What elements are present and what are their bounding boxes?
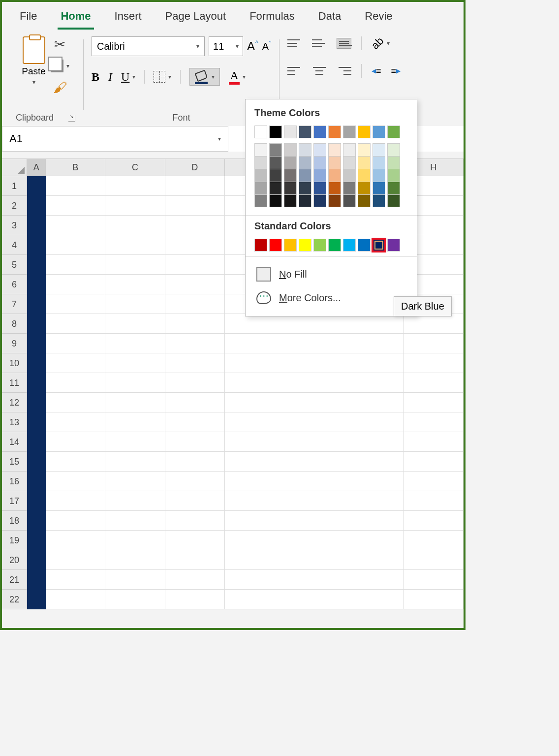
color-swatch[interactable] bbox=[299, 169, 311, 182]
color-swatch[interactable] bbox=[299, 156, 311, 169]
cell[interactable] bbox=[46, 491, 105, 511]
cell-a[interactable] bbox=[27, 255, 46, 275]
cell[interactable] bbox=[165, 570, 225, 590]
row-header[interactable]: 3 bbox=[2, 216, 27, 235]
cell[interactable] bbox=[165, 314, 225, 334]
color-swatch[interactable] bbox=[358, 143, 371, 156]
color-swatch[interactable] bbox=[284, 169, 297, 182]
chevron-down-icon[interactable]: ▾ bbox=[132, 73, 135, 80]
chevron-down-icon[interactable]: ▾ bbox=[387, 40, 390, 47]
cell[interactable] bbox=[225, 314, 404, 334]
name-box[interactable]: A1 ▾ bbox=[2, 126, 228, 152]
color-swatch[interactable] bbox=[284, 143, 297, 156]
color-swatch[interactable] bbox=[328, 126, 341, 138]
cell[interactable] bbox=[165, 432, 225, 452]
color-swatch[interactable] bbox=[373, 169, 385, 182]
cell-a[interactable] bbox=[27, 570, 46, 590]
color-swatch[interactable] bbox=[284, 194, 297, 207]
cell[interactable] bbox=[105, 590, 165, 609]
cell-a[interactable] bbox=[27, 216, 46, 235]
cell-a[interactable] bbox=[27, 334, 46, 353]
color-swatch[interactable] bbox=[269, 194, 282, 207]
row-header[interactable]: 9 bbox=[2, 334, 27, 353]
color-swatch[interactable] bbox=[373, 156, 385, 169]
cell[interactable] bbox=[105, 216, 165, 235]
color-swatch[interactable] bbox=[313, 239, 326, 252]
font-name-select[interactable]: Calibri ▾ bbox=[92, 36, 205, 56]
cell[interactable] bbox=[105, 334, 165, 353]
color-swatch[interactable] bbox=[358, 182, 371, 194]
cell[interactable] bbox=[404, 373, 464, 393]
color-swatch[interactable] bbox=[269, 239, 282, 252]
color-swatch[interactable] bbox=[269, 143, 282, 156]
cell[interactable] bbox=[225, 373, 404, 393]
cell[interactable] bbox=[46, 393, 105, 412]
cell[interactable] bbox=[165, 412, 225, 432]
cell[interactable] bbox=[165, 511, 225, 531]
color-swatch[interactable] bbox=[284, 156, 297, 169]
align-top-button[interactable] bbox=[287, 38, 302, 49]
cell[interactable] bbox=[165, 393, 225, 412]
tab-formulas[interactable]: Formulas bbox=[247, 8, 298, 30]
cell[interactable] bbox=[46, 373, 105, 393]
row-header[interactable]: 16 bbox=[2, 472, 27, 491]
cell-a[interactable] bbox=[27, 294, 46, 314]
cell-a[interactable] bbox=[27, 314, 46, 334]
chevron-down-icon[interactable]: ▾ bbox=[32, 79, 35, 86]
row-header[interactable]: 6 bbox=[2, 275, 27, 294]
column-header-c[interactable]: C bbox=[105, 159, 165, 176]
cell[interactable] bbox=[105, 235, 165, 255]
cut-icon[interactable]: ✂ bbox=[54, 36, 65, 53]
color-swatch[interactable] bbox=[373, 182, 385, 194]
color-swatch[interactable] bbox=[284, 182, 297, 194]
color-swatch[interactable] bbox=[254, 126, 267, 138]
cell-a[interactable] bbox=[27, 491, 46, 511]
cell[interactable] bbox=[165, 373, 225, 393]
cell[interactable] bbox=[165, 294, 225, 314]
select-all-corner[interactable] bbox=[2, 159, 27, 176]
cell[interactable] bbox=[46, 255, 105, 275]
decrease-indent-button[interactable]: ◀≡ bbox=[372, 66, 381, 76]
cell[interactable] bbox=[105, 255, 165, 275]
align-center-button[interactable] bbox=[312, 65, 327, 76]
color-swatch[interactable] bbox=[358, 126, 371, 138]
cell[interactable] bbox=[46, 334, 105, 353]
cell-a[interactable] bbox=[27, 275, 46, 294]
column-header-a[interactable]: A bbox=[27, 159, 46, 176]
row-header[interactable]: 2 bbox=[2, 196, 27, 216]
cell[interactable] bbox=[165, 491, 225, 511]
cell[interactable] bbox=[404, 550, 464, 570]
cell[interactable] bbox=[404, 472, 464, 491]
cell-a[interactable] bbox=[27, 590, 46, 609]
color-swatch[interactable] bbox=[328, 156, 341, 169]
font-color-button[interactable]: A ▾ bbox=[229, 69, 245, 85]
align-middle-button[interactable] bbox=[312, 38, 327, 49]
cell[interactable] bbox=[105, 432, 165, 452]
font-size-select[interactable]: 11 ▾ bbox=[209, 36, 243, 56]
cell[interactable] bbox=[404, 314, 464, 334]
chevron-down-icon[interactable]: ▾ bbox=[168, 73, 171, 80]
color-swatch[interactable] bbox=[358, 194, 371, 207]
color-swatch[interactable] bbox=[269, 156, 282, 169]
color-swatch[interactable] bbox=[313, 169, 326, 182]
cell[interactable] bbox=[225, 491, 404, 511]
cell[interactable] bbox=[46, 216, 105, 235]
color-swatch[interactable] bbox=[343, 156, 356, 169]
cell[interactable] bbox=[105, 491, 165, 511]
cell[interactable] bbox=[105, 353, 165, 373]
cell[interactable] bbox=[105, 294, 165, 314]
color-swatch[interactable] bbox=[299, 239, 311, 252]
color-swatch[interactable] bbox=[358, 156, 371, 169]
color-swatch[interactable] bbox=[343, 169, 356, 182]
cell[interactable] bbox=[225, 531, 404, 550]
row-header[interactable]: 1 bbox=[2, 176, 27, 196]
cell[interactable] bbox=[46, 314, 105, 334]
cell[interactable] bbox=[165, 176, 225, 196]
color-swatch[interactable] bbox=[387, 126, 400, 138]
tab-file[interactable]: File bbox=[17, 8, 40, 30]
borders-icon[interactable] bbox=[154, 71, 165, 83]
cell[interactable] bbox=[46, 176, 105, 196]
row-header[interactable]: 8 bbox=[2, 314, 27, 334]
color-swatch[interactable] bbox=[328, 182, 341, 194]
cell[interactable] bbox=[404, 334, 464, 353]
